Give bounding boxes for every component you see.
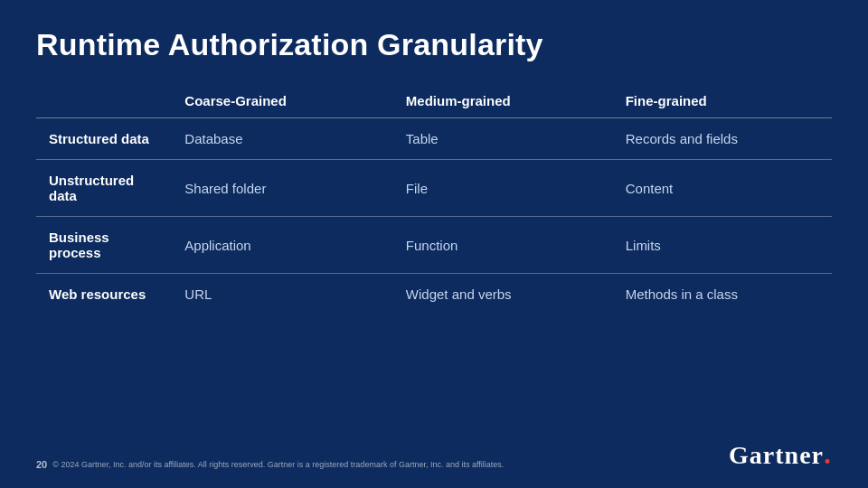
row-coarse: URL (172, 274, 393, 315)
footer-left: 20 © 2024 Gartner, Inc. and/or its affil… (36, 459, 504, 470)
table-row: Web resourcesURLWidget and verbsMethods … (36, 274, 832, 315)
col-header-coarse: Coarse-Grained (172, 84, 393, 118)
granularity-table: Coarse-Grained Medium-grained Fine-grain… (36, 84, 832, 314)
row-category: Unstructured data (36, 160, 172, 217)
page-number: 20 (36, 459, 47, 470)
gartner-dot: . (824, 437, 832, 470)
row-coarse: Database (172, 118, 393, 160)
row-medium: Function (393, 217, 613, 274)
col-header-medium: Medium-grained (393, 84, 613, 118)
row-fine: Methods in a class (613, 274, 832, 315)
row-fine: Records and fields (613, 118, 832, 160)
slide-title: Runtime Authorization Granularity (36, 27, 832, 62)
row-coarse: Application (172, 217, 393, 274)
col-header-empty (36, 84, 172, 118)
footer: 20 © 2024 Gartner, Inc. and/or its affil… (36, 439, 832, 470)
row-medium: Widget and verbs (393, 274, 613, 315)
copyright-text: © 2024 Gartner, Inc. and/or its affiliat… (52, 460, 504, 469)
row-medium: File (393, 160, 613, 217)
table-row: Business processApplicationFunctionLimit… (36, 217, 832, 274)
row-medium: Table (393, 118, 613, 160)
col-header-fine: Fine-grained (613, 84, 832, 118)
row-category: Business process (36, 217, 172, 274)
table-wrapper: Coarse-Grained Medium-grained Fine-grain… (36, 84, 832, 432)
row-coarse: Shared folder (172, 160, 393, 217)
gartner-logo: Gartner. (729, 439, 832, 470)
table-row: Structured dataDatabaseTableRecords and … (36, 118, 832, 160)
row-category: Structured data (36, 118, 172, 160)
table-header-row: Coarse-Grained Medium-grained Fine-grain… (36, 84, 832, 118)
slide: Runtime Authorization Granularity Coarse… (0, 0, 868, 488)
row-fine: Content (613, 160, 832, 217)
row-fine: Limits (613, 217, 832, 274)
row-category: Web resources (36, 274, 172, 315)
table-row: Unstructured dataShared folderFileConten… (36, 160, 832, 217)
